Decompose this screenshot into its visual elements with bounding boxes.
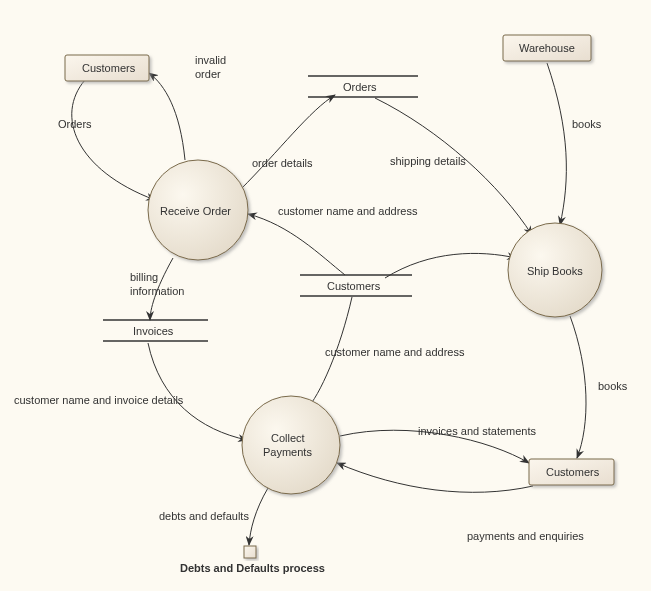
label-invoices-statements: invoices and statements — [418, 425, 537, 437]
entity-customers-right: Customers — [529, 459, 614, 485]
svg-rect-22 — [244, 546, 256, 558]
label-invalid-order-l2: order — [195, 68, 221, 80]
label-invalid-order-l1: invalid — [195, 54, 226, 66]
svg-text:Invoices: Invoices — [133, 325, 174, 337]
entity-customers-top: Customers — [65, 55, 149, 81]
edge-receive-to-customers-invalid — [149, 73, 185, 160]
edge-customers-store-to-ship — [385, 253, 516, 278]
svg-text:Warehouse: Warehouse — [519, 42, 575, 54]
edge-invoices-to-collect — [148, 343, 247, 440]
svg-text:Orders: Orders — [343, 81, 377, 93]
svg-text:Debts and Defaults process: Debts and Defaults process — [180, 562, 325, 574]
process-ship-books: Ship Books — [508, 223, 602, 317]
label-cust-name-addr-mid: customer name and address — [325, 346, 465, 358]
edge-collect-to-debts — [249, 488, 268, 545]
edge-ship-to-customers — [570, 316, 586, 458]
label-shipping-details: shipping details — [390, 155, 466, 167]
svg-text:Customers: Customers — [327, 280, 381, 292]
label-books-top: books — [572, 118, 602, 130]
edge-receive-to-orders-store — [240, 95, 335, 190]
process-debts-defaults: Debts and Defaults process — [180, 546, 325, 574]
process-receive-order: Receive Order — [148, 160, 248, 260]
svg-text:Customers: Customers — [546, 466, 600, 478]
store-orders: Orders — [308, 76, 418, 97]
store-customers: Customers — [300, 275, 412, 296]
edge-customers-to-receive-orders — [72, 80, 155, 200]
svg-text:Receive Order: Receive Order — [160, 205, 231, 217]
label-billing-l2: information — [130, 285, 184, 297]
svg-text:Customers: Customers — [82, 62, 136, 74]
label-payments-enquiries: payments and enquiries — [467, 530, 584, 542]
process-collect-payments: Collect Payments — [242, 396, 340, 494]
edge-customers-to-collect-pay — [337, 463, 533, 492]
label-books-right: books — [598, 380, 628, 392]
edge-customers-store-to-receive — [248, 214, 345, 275]
svg-point-19 — [242, 396, 340, 494]
label-billing-l1: billing — [130, 271, 158, 283]
svg-text:Payments: Payments — [263, 446, 312, 458]
label-cust-name-invoice: customer name and invoice details — [14, 394, 184, 406]
entity-warehouse: Warehouse — [503, 35, 591, 61]
svg-text:Ship Books: Ship Books — [527, 265, 583, 277]
svg-text:Collect: Collect — [271, 432, 305, 444]
label-order-details: order details — [252, 157, 313, 169]
dfd-diagram: Orders invalid order order details shipp… — [0, 0, 651, 591]
store-invoices: Invoices — [103, 320, 208, 341]
label-debts-defaults: debts and defaults — [159, 510, 249, 522]
label-cust-name-addr-top: customer name and address — [278, 205, 418, 217]
edge-warehouse-to-ship — [547, 63, 566, 225]
label-orders: Orders — [58, 118, 92, 130]
